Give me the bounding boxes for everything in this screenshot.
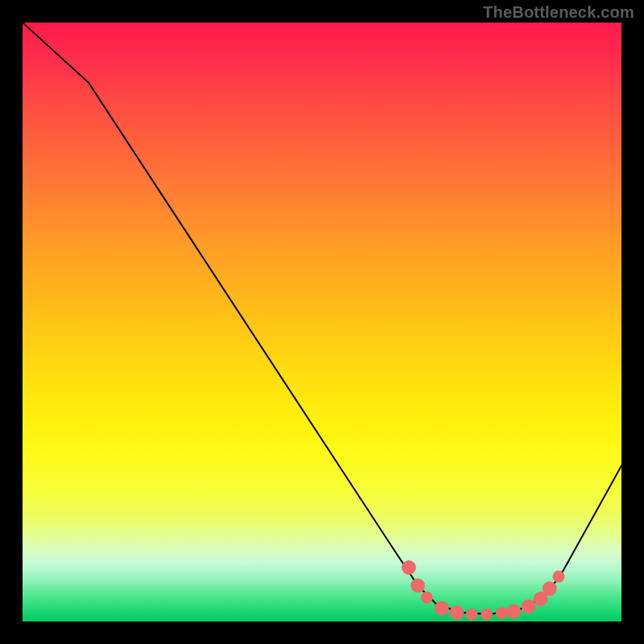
chart-svg	[23, 23, 621, 621]
curve-dot	[506, 604, 521, 618]
chart-stage: TheBottleneck.com	[0, 0, 644, 644]
curve-dot	[481, 609, 493, 621]
curve-dot	[543, 581, 557, 596]
curve-dot	[435, 601, 449, 616]
curve-dot	[466, 609, 478, 621]
curve-dots	[402, 560, 564, 620]
curve-dot	[449, 605, 464, 620]
curve-dot	[411, 578, 425, 592]
curve-dot	[552, 571, 564, 583]
bottleneck-curve	[23, 23, 621, 614]
curve-dot	[496, 607, 508, 619]
watermark-text: TheBottleneck.com	[483, 3, 634, 22]
plot-area	[23, 23, 621, 621]
curve-dot	[522, 599, 536, 613]
curve-dot	[421, 592, 433, 604]
curve-dot	[402, 560, 416, 575]
